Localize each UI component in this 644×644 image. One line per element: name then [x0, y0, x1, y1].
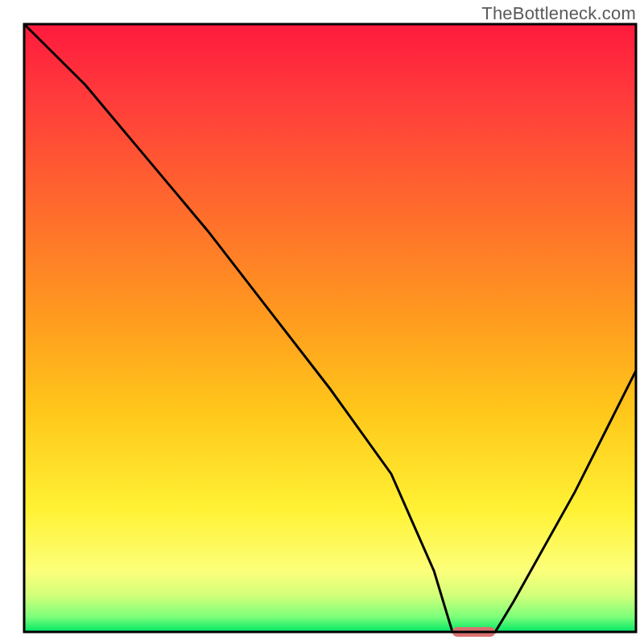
chart-container: TheBottleneck.com — [0, 0, 644, 644]
bottleneck-chart — [0, 0, 644, 644]
chart-background — [24, 24, 636, 632]
watermark-text: TheBottleneck.com — [481, 3, 636, 24]
